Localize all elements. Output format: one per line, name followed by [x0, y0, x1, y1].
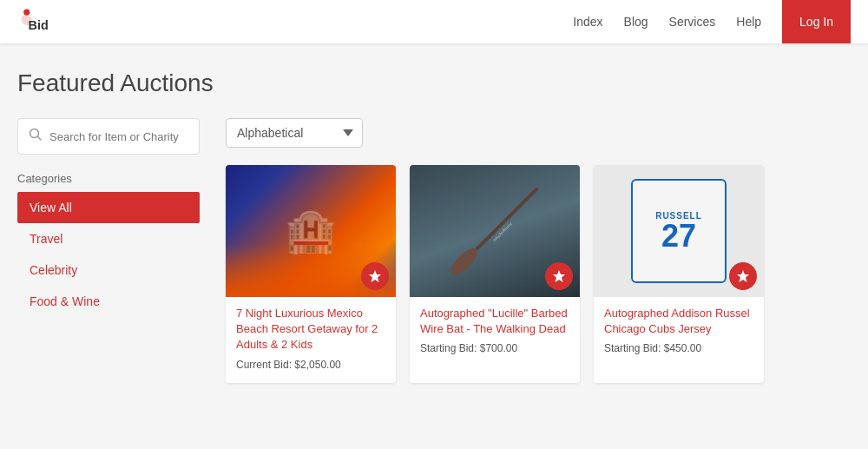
card-image-wrap-bat: Autographed [410, 165, 580, 297]
jersey-number: 27 [661, 221, 696, 252]
bat-svg: Autographed [446, 182, 543, 280]
auction-info-resort: 7 Night Luxurious Mexico Beach Resort Ge… [226, 297, 396, 383]
logo-icon: Bid [17, 6, 49, 37]
auction-grid: 7 Night Luxurious Mexico Beach Resort Ge… [226, 165, 851, 383]
auction-title-jersey: Autographed Addison Russel Chicago Cubs … [604, 306, 753, 337]
auction-card-bat[interactable]: Autographed Autographed "Lucille" Barbed… [410, 165, 580, 383]
category-travel[interactable]: Travel [17, 223, 200, 254]
auction-bid-resort: Current Bid: $2,050.00 [236, 359, 385, 371]
auction-card-resort[interactable]: 7 Night Luxurious Mexico Beach Resort Ge… [226, 165, 396, 383]
svg-point-5 [447, 245, 482, 280]
category-celebrity[interactable]: Celebrity [17, 254, 200, 286]
search-input[interactable] [49, 130, 188, 143]
category-food-wine[interactable]: Food & Wine [17, 286, 200, 317]
navbar: Bid Index Blog Services Help Log In [0, 0, 868, 43]
nav-services[interactable]: Services [669, 15, 716, 29]
auction-badge-bat [545, 262, 573, 290]
auction-title-resort: 7 Night Luxurious Mexico Beach Resort Ge… [236, 306, 385, 353]
categories-label: Categories [17, 172, 200, 185]
page-title: Featured Auctions [17, 69, 851, 97]
svg-text:Bid: Bid [29, 18, 49, 32]
svg-rect-4 [475, 187, 539, 251]
nav-links: Index Blog Services Help Log In [573, 0, 851, 43]
auction-badge-jersey [729, 262, 757, 290]
main-content: Featured Auctions Categories View All Tr… [0, 43, 868, 409]
search-box[interactable] [17, 118, 200, 155]
auction-bid-jersey: Starting Bid: $450.00 [604, 342, 753, 354]
auction-card-jersey[interactable]: RUSSELL 27 Autographed Addison Russel Ch… [594, 165, 764, 383]
svg-line-3 [38, 137, 42, 141]
auction-badge-resort [361, 262, 389, 290]
logo[interactable]: Bid [17, 6, 49, 37]
sort-select[interactable]: Alphabetical Price: Low to High Price: H… [226, 118, 363, 148]
jersey-graphic: RUSSELL 27 [631, 179, 727, 283]
auction-title-bat: Autographed "Lucille" Barbed Wire Bat - … [420, 306, 569, 337]
nav-blog[interactable]: Blog [624, 15, 648, 29]
sidebar: Categories View All Travel Celebrity Foo… [17, 118, 200, 383]
sort-row: Alphabetical Price: Low to High Price: H… [226, 118, 851, 148]
card-image-wrap-resort [226, 165, 396, 297]
auction-bid-bat: Starting Bid: $700.00 [420, 342, 569, 354]
content-area: Alphabetical Price: Low to High Price: H… [226, 118, 851, 383]
nav-help[interactable]: Help [736, 15, 761, 29]
auction-info-jersey: Autographed Addison Russel Chicago Cubs … [594, 297, 764, 366]
category-list: View All Travel Celebrity Food & Wine [17, 192, 200, 317]
auction-info-bat: Autographed "Lucille" Barbed Wire Bat - … [410, 297, 580, 366]
card-image-wrap-jersey: RUSSELL 27 [594, 165, 764, 297]
search-icon [29, 128, 43, 145]
nav-index[interactable]: Index [573, 15, 602, 29]
svg-point-0 [23, 10, 30, 16]
login-button[interactable]: Log In [782, 0, 851, 43]
category-view-all[interactable]: View All [17, 192, 200, 223]
layout: Categories View All Travel Celebrity Foo… [17, 118, 851, 383]
